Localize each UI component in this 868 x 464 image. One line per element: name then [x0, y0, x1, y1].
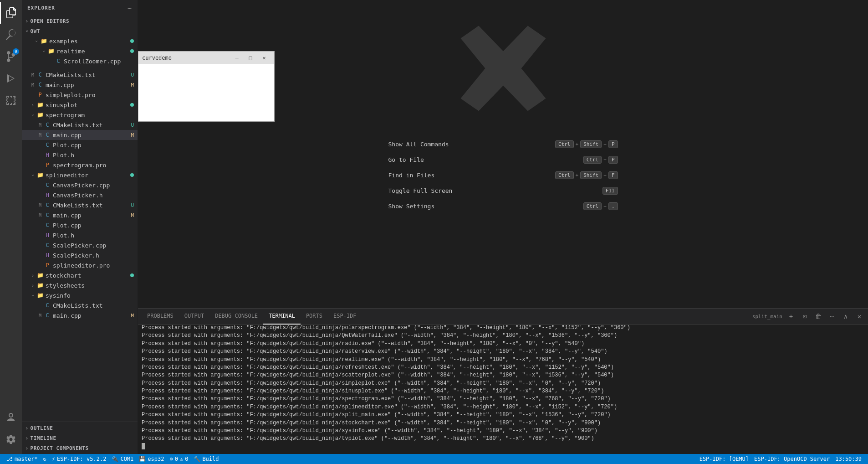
- cmd-goto-file-keys: Ctrl + P: [583, 156, 618, 164]
- extensions-icon[interactable]: [0, 89, 22, 111]
- panel-more-btn[interactable]: ⋯: [827, 311, 837, 321]
- timeline-label: TIMELINE: [31, 435, 56, 441]
- cmd-fullscreen-label: Toggle Full Screen: [388, 187, 602, 194]
- key-p2: P: [608, 156, 618, 164]
- cmake1-name: CMakeLists.txt: [46, 72, 131, 78]
- tree-item-cmake-spec[interactable]: M C CMakeLists.txt U: [22, 120, 138, 130]
- tree-item-plot-h[interactable]: H Plot.h: [22, 150, 138, 160]
- status-sync[interactable]: ↻: [41, 454, 49, 464]
- cmd-show-all-commands[interactable]: Show All Commands Ctrl + Shift + P: [385, 137, 622, 151]
- status-chip[interactable]: 💾 esp32: [136, 454, 167, 464]
- outline-header[interactable]: › OUTLINE: [22, 423, 138, 433]
- tree-item-spectrogram-pro[interactable]: P spectrogram.pro: [22, 160, 138, 170]
- tree-item-stockchart[interactable]: › 📁 stockchart: [22, 270, 138, 280]
- cmake-spec-icon: C: [44, 121, 51, 129]
- tree-item-main-spine[interactable]: M C main.cpp M: [22, 210, 138, 220]
- cmd-find-files[interactable]: Find in Files Ctrl + Shift + F: [385, 168, 622, 182]
- sinusplot-icon: 📁: [36, 101, 44, 108]
- realtime-name: realtime: [56, 48, 130, 55]
- source-control-icon[interactable]: 0: [0, 46, 22, 67]
- project-components-header[interactable]: › PROJECT COMPONENTS: [22, 443, 138, 453]
- open-editors-arrow: ›: [26, 19, 29, 24]
- tree-item-cmake1[interactable]: M C CMakeLists.txt U: [22, 70, 138, 80]
- float-minimize-btn[interactable]: —: [230, 53, 243, 63]
- stockchart-icon: 📁: [36, 272, 44, 279]
- tab-ports[interactable]: PORTS: [301, 309, 328, 325]
- float-close-btn[interactable]: ✕: [258, 53, 271, 63]
- tree-item-splineeditor[interactable]: › 📁 splineeditor: [22, 170, 138, 180]
- cmake-spine-badge: U: [131, 202, 134, 208]
- new-file-icon[interactable]: ⋯: [128, 5, 132, 12]
- tree-item-sinusplot[interactable]: › 📁 sinusplot: [22, 100, 138, 110]
- tree-item-plot-cpp[interactable]: C Plot.cpp: [22, 140, 138, 150]
- tree-item-sysinfo[interactable]: › 📁 sysinfo: [22, 290, 138, 300]
- spectrogram-pro-name: spectrogram.pro: [53, 162, 134, 169]
- float-restore-btn[interactable]: □: [244, 53, 257, 63]
- panel-close-btn[interactable]: ✕: [854, 311, 864, 321]
- qwt-header[interactable]: › QWT: [22, 26, 138, 36]
- cmd-toggle-fullscreen[interactable]: Toggle Full Screen F11: [385, 183, 622, 198]
- spectrogram-pro-icon: P: [44, 161, 51, 169]
- status-errors[interactable]: ⊗ 0 ⚠ 0: [167, 454, 191, 464]
- error-icon: ⊗: [169, 456, 173, 462]
- panel-chevron-up-btn[interactable]: ∧: [841, 311, 851, 321]
- tab-esp-idf[interactable]: ESP-IDF: [328, 309, 362, 325]
- tree-item-scalepicker-h[interactable]: H ScalePicker.h: [22, 250, 138, 260]
- status-openocd[interactable]: ESP-IDF: OpenOCD Server: [751, 454, 832, 464]
- spectrogram-name: spectrogram: [46, 112, 134, 119]
- tab-output[interactable]: OUTPUT: [179, 309, 209, 325]
- tree-item-realtime[interactable]: › 📁 realtime: [22, 46, 138, 56]
- cmake-spec-badge: U: [131, 122, 134, 128]
- tree-item-scrollzoomer[interactable]: C ScrollZoomer.cpp: [22, 56, 138, 66]
- tree-item-canvaspicker-h[interactable]: H CanvasPicker.h: [22, 190, 138, 200]
- tab-problems[interactable]: PROBLEMS: [142, 309, 179, 325]
- build-icon: 🔨: [194, 456, 200, 462]
- accounts-icon[interactable]: [0, 407, 22, 428]
- status-com-port[interactable]: 🔌 COM1: [109, 454, 136, 464]
- outline-arrow: ›: [26, 426, 29, 431]
- timeline-header[interactable]: › TIMELINE: [22, 433, 138, 443]
- tree-item-cmake-sysinfo[interactable]: C CMakeLists.txt: [22, 300, 138, 310]
- build-label: Build: [202, 456, 219, 462]
- examples-name: examples: [49, 38, 130, 45]
- tree-item-main-spec[interactable]: M C main.cpp M: [22, 130, 138, 140]
- panel-kill-btn[interactable]: 🗑: [813, 311, 823, 321]
- cmake-sysinfo-icon: C: [44, 302, 51, 309]
- tree-item-main1[interactable]: M C main.cpp M: [22, 80, 138, 90]
- panel-add-btn[interactable]: +: [786, 311, 796, 321]
- cmake1-icon: C: [36, 71, 44, 78]
- explorer-icon[interactable]: [0, 2, 22, 24]
- status-idf-qemu[interactable]: ESP-IDF: [QEMU]: [697, 454, 751, 464]
- tree-item-canvaspicker-cpp[interactable]: C CanvasPicker.cpp: [22, 180, 138, 190]
- float-content: [138, 64, 274, 121]
- status-build[interactable]: 🔨 Build: [191, 454, 221, 464]
- tree-item-spectrogram[interactable]: › 📁 spectrogram: [22, 110, 138, 120]
- plot-cpp-spine-name: Plot.cpp: [53, 222, 134, 229]
- tree-item-examples[interactable]: › 📁 examples: [22, 36, 138, 46]
- open-editors-header[interactable]: › OPEN EDITORS: [22, 16, 138, 26]
- tree-item-simpleplot-pro[interactable]: P simpleplot.pro: [22, 90, 138, 100]
- cmd-goto-file-label: Go to File: [388, 156, 583, 163]
- tree-item-scalepicker-cpp[interactable]: C ScalePicker.cpp: [22, 240, 138, 250]
- cmd-find-files-keys: Ctrl + Shift + F: [555, 171, 618, 179]
- tab-debug-console[interactable]: DEBUG CONSOLE: [209, 309, 263, 325]
- main1-icon: C: [36, 81, 44, 88]
- terminal-content[interactable]: Process started with arguments: "F:/qwid…: [138, 325, 868, 454]
- tree-item-stylesheets[interactable]: › 📁 stylesheets: [22, 280, 138, 290]
- key-ctrl1: Ctrl: [555, 140, 574, 148]
- panel-split-btn[interactable]: ⊡: [800, 311, 810, 321]
- run-debug-icon[interactable]: [0, 67, 22, 89]
- tree-item-main-sysinfo[interactable]: M C main.cpp M: [22, 310, 138, 320]
- status-esp-idf[interactable]: ⚡ ESP-IDF: v5.2.2: [49, 454, 109, 464]
- search-icon[interactable]: [0, 24, 22, 46]
- tree-item-splineeditor-pro[interactable]: P splineeditor.pro: [22, 260, 138, 270]
- cmd-goto-file[interactable]: Go to File Ctrl + P: [385, 152, 622, 167]
- tree-item-plot-cpp-spine[interactable]: C Plot.cpp: [22, 220, 138, 230]
- settings-icon[interactable]: [0, 428, 22, 450]
- plot-h-name: Plot.h: [53, 152, 134, 159]
- cmd-show-settings[interactable]: Show Settings Ctrl + ,: [385, 199, 622, 213]
- status-branch[interactable]: ⎇ master*: [4, 454, 41, 464]
- tab-terminal[interactable]: TERMINAL: [263, 309, 301, 325]
- tree-item-cmake-spine[interactable]: M C CMakeLists.txt U: [22, 200, 138, 210]
- tree-item-plot-h-spine[interactable]: H Plot.h: [22, 230, 138, 240]
